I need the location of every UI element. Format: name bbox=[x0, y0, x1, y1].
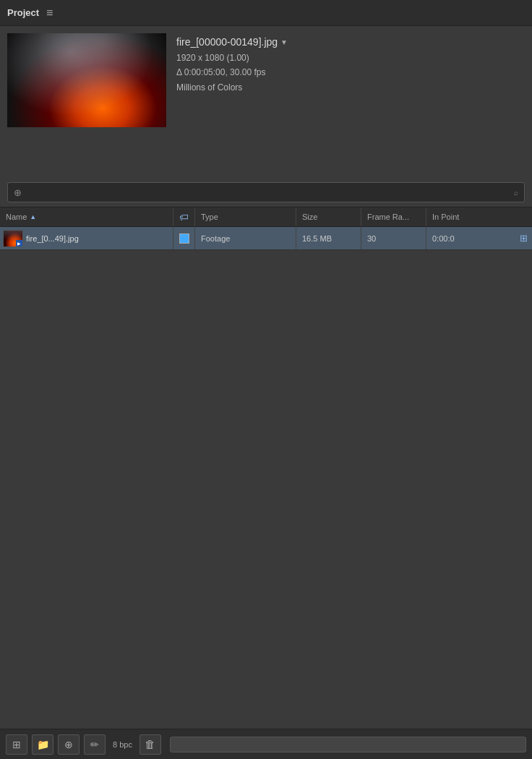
row-edit-icon[interactable]: ⊞ bbox=[520, 233, 528, 244]
row-tag-cell bbox=[173, 227, 195, 249]
preview-area: fire_[00000-00149].jpg ▼ 1920 x 1080 (1.… bbox=[0, 26, 532, 178]
tag-icon: 🏷 bbox=[179, 212, 189, 223]
page-title: Project bbox=[7, 7, 39, 18]
row-size-cell: 16.5 MB bbox=[296, 227, 361, 249]
table-container: ▶ fire_[0...49].jpg Footage 16.5 MB 30 0… bbox=[0, 227, 532, 729]
search-bar-area: ⊕ ⌕ bbox=[0, 178, 532, 207]
file-color: Millions of Colors bbox=[176, 80, 288, 95]
col-header-inpoint[interactable]: In Point bbox=[426, 207, 532, 226]
file-name-row: fire_[00000-00149].jpg ▼ bbox=[176, 36, 288, 48]
header-bar: Project ≡ bbox=[0, 0, 532, 26]
sort-arrow-icon: ▲ bbox=[30, 213, 36, 220]
row-icon-badge: ▶ bbox=[16, 240, 22, 246]
empty-area bbox=[0, 250, 532, 655]
folder-icon: 📁 bbox=[37, 739, 49, 750]
file-resolution: 1920 x 1080 (1.00) bbox=[176, 51, 288, 65]
file-dropdown-arrow[interactable]: ▼ bbox=[280, 38, 288, 46]
effects-icon: ⊕ bbox=[64, 739, 73, 750]
table-header: Name ▲ 🏷 Type Size Frame Ra... In Point bbox=[0, 207, 532, 227]
delete-button[interactable]: 🗑 bbox=[140, 734, 161, 755]
col-header-tag[interactable]: 🏷 bbox=[173, 207, 195, 226]
file-meta: 1920 x 1080 (1.00) Δ 0:00:05:00, 30.00 f… bbox=[176, 51, 288, 95]
col-header-framerate[interactable]: Frame Ra... bbox=[361, 207, 426, 226]
search-input[interactable] bbox=[25, 187, 511, 197]
menu-icon[interactable]: ≡ bbox=[46, 7, 53, 20]
bottom-search-bar bbox=[170, 737, 526, 752]
color-swatch bbox=[179, 233, 189, 244]
file-name-text: fire_[00000-00149].jpg bbox=[176, 36, 278, 48]
search-icon: ⊕ bbox=[14, 187, 22, 198]
thumbnail-smoke bbox=[7, 33, 166, 127]
pen-button[interactable]: ✏ bbox=[84, 734, 106, 755]
file-info: fire_[00000-00149].jpg ▼ 1920 x 1080 (1.… bbox=[176, 33, 288, 95]
new-composition-button[interactable]: ⊞ bbox=[6, 734, 27, 755]
search-options-icon: ⌕ bbox=[514, 189, 518, 197]
thumbnail bbox=[7, 33, 166, 127]
new-comp-icon: ⊞ bbox=[12, 739, 21, 750]
row-thumbnail-icon: ▶ bbox=[3, 230, 23, 247]
row-inpoint-cell: 0:00:0 ⊞ bbox=[426, 227, 532, 249]
trash-icon: 🗑 bbox=[145, 738, 155, 750]
row-filename: fire_[0...49].jpg bbox=[26, 234, 79, 243]
main-content: fire_[00000-00149].jpg ▼ 1920 x 1080 (1.… bbox=[0, 26, 532, 759]
col-header-size[interactable]: Size bbox=[296, 207, 361, 226]
bottom-toolbar: ⊞ 📁 ⊕ ✏ 8 bpc 🗑 bbox=[0, 729, 532, 759]
search-input-wrapper[interactable]: ⊕ ⌕ bbox=[7, 182, 525, 202]
col-header-name[interactable]: Name ▲ bbox=[0, 207, 173, 226]
row-framerate-cell: 30 bbox=[361, 227, 426, 249]
effects-button[interactable]: ⊕ bbox=[58, 734, 80, 755]
file-duration: Δ 0:00:05:00, 30.00 fps bbox=[176, 65, 288, 80]
col-header-type[interactable]: Type bbox=[195, 207, 296, 226]
table-row[interactable]: ▶ fire_[0...49].jpg Footage 16.5 MB 30 0… bbox=[0, 227, 532, 250]
thumbnail-canvas bbox=[7, 33, 166, 127]
row-name-cell: ▶ fire_[0...49].jpg bbox=[0, 227, 173, 249]
pen-icon: ✏ bbox=[90, 739, 99, 750]
bpc-label: 8 bpc bbox=[113, 740, 132, 749]
row-type-cell: Footage bbox=[195, 227, 296, 249]
new-folder-button[interactable]: 📁 bbox=[32, 734, 53, 755]
